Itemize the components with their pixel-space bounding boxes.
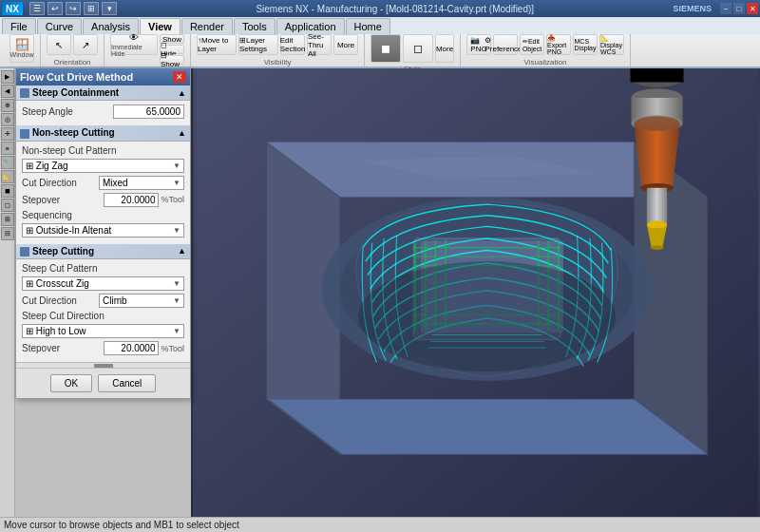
export-png-button[interactable]: 📤ExportPNG	[546, 34, 571, 55]
steep-pattern-label: Steep Cut Pattern	[22, 263, 184, 274]
dialog-title: Flow Cut Drive Method	[20, 71, 133, 83]
svg-rect-14	[647, 188, 667, 225]
cut-direction-row: Cut Direction Mixed ▼	[22, 176, 184, 190]
tab-file[interactable]: File	[2, 18, 36, 34]
group-orientation-label: Orientation	[53, 58, 90, 66]
steep-angle-input[interactable]	[113, 104, 184, 119]
section-steep-cutting[interactable]: Steep Cutting ▲	[16, 244, 190, 259]
orient-btn1[interactable]: ↖	[47, 34, 71, 55]
nonsteep-pattern-arrow: ▼	[173, 162, 180, 170]
move-to-layer-button[interactable]: ↑Move to Layer	[197, 34, 237, 55]
sequencing-value-row: ⊞ Outside-In Altenat ▼	[22, 223, 184, 238]
svg-point-21	[358, 261, 616, 371]
more-style-button[interactable]: More	[435, 34, 454, 63]
tab-render[interactable]: Render	[181, 18, 233, 34]
section-steep-containment[interactable]: Steep Containment ▲	[16, 86, 190, 101]
stepover-nonsteep-label: Stepover	[22, 195, 104, 205]
show-and-hide-button[interactable]: ⊟ Show	[160, 55, 184, 65]
grid-button[interactable]: ⊞	[84, 2, 99, 15]
svg-point-16	[651, 245, 664, 250]
group-visibility-label: Visibility	[264, 58, 292, 66]
ribbon-group-orientation: ↖ ↗ Orientation	[41, 34, 104, 66]
left-tool-3[interactable]: ⊕	[1, 99, 14, 112]
mcs-display-button[interactable]: MCSDisplay	[573, 34, 598, 55]
steep-cut-dir-row: Steep Cut Direction	[22, 311, 184, 321]
tab-view[interactable]: View	[140, 18, 180, 34]
edit-section-button[interactable]: EditSection	[280, 34, 305, 55]
undo-button[interactable]: ↩	[48, 2, 63, 15]
dropdown-arrow[interactable]: ▾	[102, 2, 117, 15]
left-toolbar: ▶ ◀ ⊕ ◎ ✛ ≡ 🔧 📐 ◼ ◻ ⊞ ⊟	[0, 68, 15, 517]
section-icon-steep-cut	[20, 247, 29, 256]
statusbar: Move cursor to browse objects and MB1 to…	[0, 517, 760, 532]
minimize-button[interactable]: −	[720, 3, 732, 14]
tab-home[interactable]: Home	[346, 18, 390, 34]
stepover-steep-input[interactable]	[104, 341, 159, 355]
tab-tools[interactable]: Tools	[234, 18, 276, 34]
style-solid-button[interactable]: ◼	[370, 34, 401, 63]
steep-cut-dir-dropdown[interactable]: ⊞ High to Low ▼	[22, 324, 184, 338]
layer-settings-button[interactable]: ⊞Layer Settings	[238, 34, 278, 55]
more-visibility-button[interactable]: More	[333, 34, 358, 55]
redo-button[interactable]: ↪	[66, 2, 81, 15]
tab-curve[interactable]: Curve	[37, 18, 82, 34]
sequencing-row: Sequencing	[22, 210, 184, 220]
sequencing-value: ⊞ Outside-In Altenat	[26, 225, 111, 236]
steep-pattern-row: Steep Cut Pattern	[22, 263, 184, 274]
see-thru-button[interactable]: See-ThruAll	[307, 34, 332, 55]
svg-point-12	[634, 116, 679, 130]
flow-cut-dialog: Flow Cut Drive Method ✕ Steep Containmen…	[15, 68, 191, 399]
ok-button[interactable]: OK	[50, 374, 92, 392]
steep-pattern-dropdown[interactable]: ⊞ Crosscut Zig ▼	[22, 276, 184, 291]
immediate-hide-button[interactable]: 👁 Immediate Hide	[110, 34, 158, 55]
section-nonsteep-cutting[interactable]: Non-steep Cutting ▲	[16, 125, 190, 141]
left-tool-2[interactable]: ◀	[1, 85, 14, 98]
dialog-close-button[interactable]: ✕	[173, 71, 186, 83]
left-tool-9[interactable]: ◼	[1, 184, 14, 198]
stepover-nonsteep-input[interactable]	[104, 193, 159, 207]
stepover-steep-field: %Tool	[104, 341, 184, 355]
stepover-steep-row: Stepover %Tool	[22, 341, 184, 355]
stepover-nonsteep-row: Stepover %Tool	[22, 193, 184, 207]
close-button[interactable]: ✕	[747, 3, 758, 14]
cut-direction-dropdown[interactable]: Mixed ▼	[99, 176, 184, 190]
left-tool-6[interactable]: ≡	[1, 142, 14, 155]
restore-button[interactable]: □	[733, 3, 745, 14]
left-tool-7[interactable]: 🔧	[1, 156, 14, 169]
3d-viewport[interactable]	[191, 68, 760, 517]
stepover-nonsteep-field: %Tool	[104, 193, 184, 207]
sequencing-dropdown[interactable]: ⊞ Outside-In Altenat ▼	[22, 223, 184, 238]
steep-containment-content: Steep Angle	[16, 101, 190, 125]
style-wire-button[interactable]: ◻	[403, 34, 433, 63]
ribbon-group-visibility: ↑Move to Layer ⊞Layer Settings EditSecti…	[191, 34, 365, 66]
left-tool-10[interactable]: ◻	[1, 199, 14, 212]
ribbon-tab-bar: File Curve Analysis View Render Tools Ap…	[0, 17, 760, 34]
cut-direction-value: Mixed	[103, 178, 128, 188]
window-button[interactable]: 🪟 Window	[10, 34, 34, 63]
left-tool-8[interactable]: 📐	[1, 170, 14, 183]
steep-angle-label: Steep Angle	[22, 106, 113, 117]
statusbar-text: Move cursor to browse objects and MB1 to…	[4, 520, 239, 530]
left-tool-11[interactable]: ⊞	[1, 213, 14, 226]
left-tool-1[interactable]: ▶	[1, 70, 14, 84]
steep-cut-direction-dropdown[interactable]: Climb ▼	[99, 294, 184, 308]
left-tool-4[interactable]: ◎	[1, 113, 14, 126]
cancel-button[interactable]: Cancel	[98, 374, 156, 392]
left-tool-12[interactable]: ⊟	[1, 227, 14, 240]
section-steep-containment-label: Steep Containment	[20, 87, 119, 98]
display-wcs-button[interactable]: 📐DisplayWCS	[599, 34, 624, 55]
menu-button[interactable]: ☰	[29, 2, 45, 15]
nonsteep-pattern-label: Non-steep Cut Pattern	[22, 145, 184, 156]
orient-btn2[interactable]: ↗	[73, 34, 98, 55]
section-icon-steep	[20, 88, 29, 98]
svg-rect-18	[630, 68, 683, 83]
edit-object-display-button[interactable]: ✏EditObject	[520, 34, 544, 55]
main-content: Flow Cut Drive Method ✕ Steep Containmen…	[15, 68, 760, 517]
section-arrow-steep-cut: ▲	[178, 246, 186, 256]
nonsteep-pattern-dropdown[interactable]: ⊞ Zig Zag ▼	[22, 159, 184, 173]
preferences-button[interactable]: ⚙Preferences	[493, 34, 518, 55]
steep-pattern-arrow: ▼	[173, 279, 180, 288]
left-tool-5[interactable]: ✛	[1, 127, 14, 141]
svg-point-15	[647, 221, 667, 229]
ribbon-content: 🪟 Window ↖ ↗ Orientation 👁 Immediate Hid…	[0, 34, 760, 68]
